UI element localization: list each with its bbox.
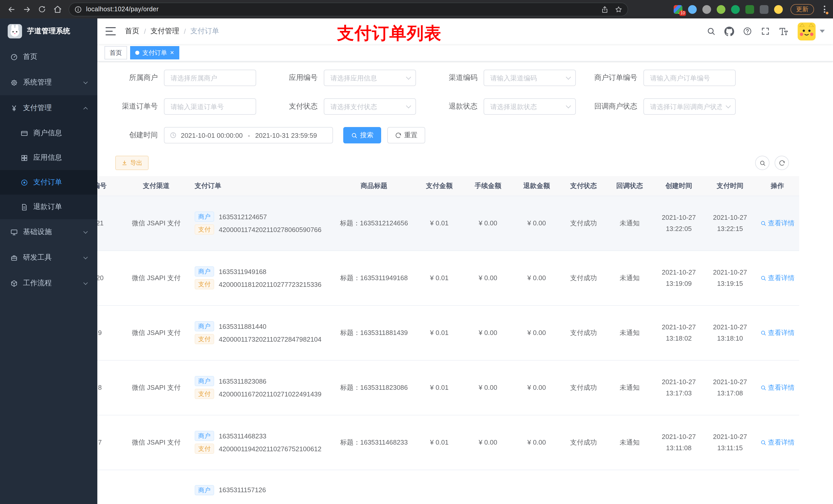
tags-view-bar: 首页 支付订单 × bbox=[97, 44, 833, 62]
merchant-order-no-input[interactable] bbox=[643, 70, 736, 86]
filter-notify-status: 回调商户状态 bbox=[582, 98, 736, 115]
pay-amount: ¥ 0.01 bbox=[415, 415, 463, 470]
pay-order-cell: 商户1635311881440 支付4200001173202110272847… bbox=[190, 305, 333, 360]
sidebar-item-app-info[interactable]: 应用信息 bbox=[0, 145, 97, 170]
pay-status: 支付成功 bbox=[561, 305, 606, 360]
pay-time: 2021-10-2713:11:15 bbox=[705, 415, 756, 470]
extension-icon[interactable] bbox=[745, 5, 754, 14]
breadcrumb-payment[interactable]: 支付管理 bbox=[151, 27, 179, 36]
merchant-input[interactable] bbox=[164, 70, 256, 86]
pay-amount: ¥ 0.01 bbox=[415, 305, 463, 360]
extension-icon[interactable] bbox=[688, 5, 697, 14]
bookmark-star-icon[interactable] bbox=[615, 5, 622, 13]
merchant-order-no: 1635311468233 bbox=[219, 432, 266, 440]
search-button[interactable]: 搜索 bbox=[343, 127, 381, 143]
tab-pay-order[interactable]: 支付订单 × bbox=[130, 46, 179, 59]
fullscreen-icon[interactable] bbox=[761, 27, 770, 36]
notify-status-select[interactable] bbox=[643, 98, 736, 115]
sidebar-item-infrastructure[interactable]: 基础设施 bbox=[0, 219, 97, 245]
channel-pay-no: 4200001167202110271022491439 bbox=[219, 390, 322, 398]
extension-icon[interactable] bbox=[703, 5, 711, 14]
header-search-icon[interactable] bbox=[707, 27, 716, 36]
orders-table: 编号 支付渠道 支付订单 商品标题 支付金额 手续金额 退款金额 支付状态 回调… bbox=[97, 176, 833, 504]
github-icon[interactable] bbox=[724, 26, 734, 36]
view-details-link[interactable]: 查看详情 bbox=[760, 273, 794, 283]
sidebar-item-payment[interactable]: 支付管理 bbox=[0, 95, 97, 121]
close-icon[interactable]: × bbox=[170, 49, 174, 56]
url-text: localhost:1024/pay/order bbox=[86, 6, 601, 13]
pay-order-cell: 商户1635312124657 支付4200001174202110278060… bbox=[190, 196, 333, 250]
filter-pay-status: 支付状态 bbox=[262, 98, 416, 115]
user-menu[interactable] bbox=[797, 22, 825, 41]
refresh-table-button[interactable] bbox=[775, 156, 789, 170]
table-row: 9 微信 JSAPI 支付 商户1635311881440 支付42000011… bbox=[97, 305, 799, 360]
channel-order-no-input[interactable] bbox=[164, 98, 256, 115]
app-logo[interactable]: 芋道管理系统 bbox=[0, 19, 97, 44]
pay-time: 2021-10-2713:18:10 bbox=[705, 305, 756, 360]
date-range-picker[interactable]: 2021-10-01 00:00:00 - 2021-10-31 23:59:5… bbox=[164, 127, 333, 143]
site-info-icon[interactable] bbox=[74, 5, 82, 13]
avatar bbox=[797, 22, 816, 41]
filter-app-id: 应用编号 bbox=[262, 70, 416, 86]
app-id-select[interactable] bbox=[324, 70, 416, 86]
breadcrumb-home[interactable]: 首页 bbox=[125, 27, 139, 36]
pay-time: 2021-10-2713:19:15 bbox=[705, 250, 756, 305]
fee-amount: ¥ 0.00 bbox=[463, 305, 512, 360]
notify-status: 未通知 bbox=[606, 196, 653, 250]
sidebar-item-pay-order[interactable]: 支付订单 bbox=[0, 170, 97, 195]
tab-home[interactable]: 首页 bbox=[104, 46, 127, 59]
export-button[interactable]: 导出 bbox=[115, 156, 148, 170]
notify-status: 未通知 bbox=[606, 360, 653, 415]
page-title-annotation: 支付订单列表 bbox=[337, 22, 442, 45]
grid-icon bbox=[21, 154, 28, 162]
extension-icon[interactable]: 10 bbox=[674, 5, 682, 14]
fee-amount: ¥ 0.00 bbox=[463, 250, 512, 305]
sidebar-item-home[interactable]: 首页 bbox=[0, 44, 97, 70]
filter-refund-status: 退款状态 bbox=[422, 98, 576, 115]
sidebar-item-merchant-info[interactable]: 商户信息 bbox=[0, 121, 97, 145]
sidebar-item-dev-tools[interactable]: 研发工具 bbox=[0, 245, 97, 270]
pay-order-cell: 商户1635311949168 支付4200001181202110277723… bbox=[190, 250, 333, 305]
view-details-link[interactable]: 查看详情 bbox=[760, 438, 794, 447]
monitor-icon bbox=[10, 228, 18, 236]
merchant-order-no: 1635311881440 bbox=[219, 322, 266, 330]
reset-button[interactable]: 重置 bbox=[387, 127, 425, 143]
help-icon[interactable] bbox=[743, 27, 752, 36]
browser-forward-button[interactable] bbox=[20, 2, 34, 16]
extension-icon[interactable] bbox=[774, 5, 783, 14]
browser-back-button[interactable] bbox=[4, 2, 19, 16]
goods-title: 标题：1635311823086 bbox=[333, 360, 415, 415]
refund-status-select[interactable] bbox=[484, 98, 576, 115]
url-bar[interactable]: localhost:1024/pay/order bbox=[69, 2, 628, 16]
goods-title: 标题：1635311881439 bbox=[333, 305, 415, 360]
browser-update-button[interactable]: 更新 bbox=[790, 4, 814, 15]
merchant-order-no: 1635311823086 bbox=[219, 377, 266, 385]
channel-pay-no: 4200001181202110277723215336 bbox=[219, 281, 322, 288]
dashboard-icon bbox=[10, 53, 18, 61]
extension-icon[interactable] bbox=[731, 5, 740, 14]
hamburger-icon[interactable] bbox=[105, 27, 116, 35]
extension-badge: 10 bbox=[679, 10, 686, 16]
sidebar-item-workflow[interactable]: 工作流程 bbox=[0, 270, 97, 296]
sidebar-item-system[interactable]: 系统管理 bbox=[0, 70, 97, 95]
view-details-link[interactable]: 查看详情 bbox=[760, 218, 794, 228]
extensions-puzzle-icon[interactable] bbox=[760, 5, 768, 14]
refund-amount: ¥ 0.00 bbox=[512, 196, 561, 250]
share-icon[interactable] bbox=[601, 5, 609, 13]
sidebar-item-refund-order[interactable]: 退款订单 bbox=[0, 195, 97, 219]
browser-reload-button[interactable] bbox=[35, 2, 49, 16]
view-details-link[interactable]: 查看详情 bbox=[760, 328, 794, 337]
breadcrumb-current: 支付订单 bbox=[191, 27, 219, 36]
pay-status-select[interactable] bbox=[324, 98, 416, 115]
browser-menu-button[interactable] bbox=[820, 4, 829, 15]
chevron-up-icon bbox=[84, 107, 88, 112]
order-id: 20 bbox=[97, 250, 123, 305]
font-size-icon[interactable] bbox=[779, 26, 788, 36]
extension-icon[interactable] bbox=[717, 5, 725, 14]
toggle-search-button[interactable] bbox=[755, 156, 769, 170]
active-dot bbox=[135, 50, 139, 54]
browser-home-button[interactable] bbox=[50, 2, 65, 16]
channel-code-select[interactable] bbox=[484, 70, 576, 86]
chevron-down-icon bbox=[84, 281, 88, 285]
view-details-link[interactable]: 查看详情 bbox=[760, 383, 794, 392]
